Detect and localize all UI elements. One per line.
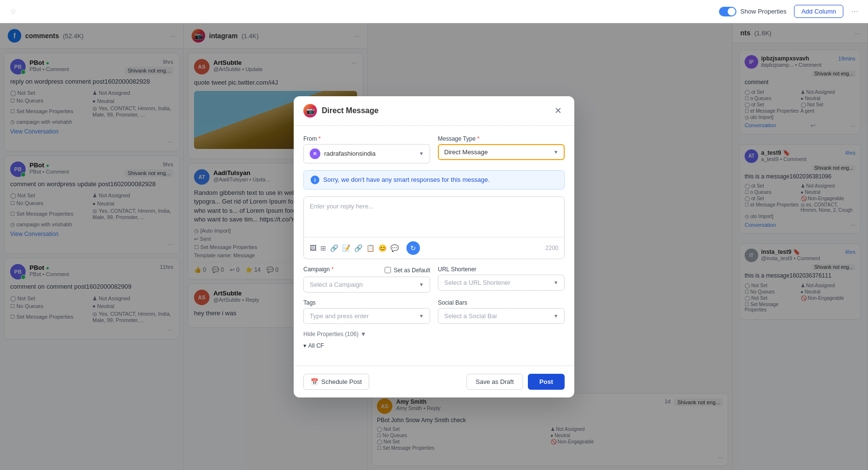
social-bars-group: Social Bars Select a Social Bar ▼ bbox=[438, 299, 565, 324]
all-cf-arrow-icon: ▾ bbox=[303, 342, 306, 349]
copy-icon[interactable]: 📋 bbox=[366, 244, 374, 252]
tags-placeholder: Type and press enter bbox=[310, 312, 369, 320]
tags-label: Tags bbox=[303, 299, 430, 306]
tags-social-row: Tags Type and press enter ▼ Social Bars … bbox=[303, 299, 565, 324]
social-bars-select[interactable]: Select a Social Bar ▼ bbox=[438, 308, 565, 324]
more-icon[interactable]: ··· bbox=[851, 6, 858, 16]
modal-ig-icon: 📷 bbox=[303, 104, 317, 118]
tags-select[interactable]: Type and press enter ▼ bbox=[303, 308, 430, 324]
from-required: * bbox=[318, 135, 321, 142]
modal-overlay: 📷 Direct Message ✕ From * R radrafashion… bbox=[0, 23, 868, 470]
schedule-post-button[interactable]: 📅 Schedule Post bbox=[303, 374, 369, 390]
image-icon[interactable]: 🖼 bbox=[310, 244, 316, 252]
all-cf-label: All CF bbox=[308, 342, 324, 349]
post-button[interactable]: Post bbox=[528, 374, 565, 390]
from-message-type-row: From * R radrafashionsindia ▼ Message Ty… bbox=[303, 135, 565, 163]
message-type-label: Message Type * bbox=[438, 135, 565, 142]
set-as-default-label[interactable]: Set as Default bbox=[385, 267, 430, 274]
from-arrow-icon: ▼ bbox=[419, 151, 424, 156]
social-bars-placeholder: Select a Social Bar bbox=[444, 312, 497, 320]
show-properties-toggle: Show Properties bbox=[719, 7, 786, 16]
show-properties-label: Show Properties bbox=[740, 8, 786, 15]
modal-body: From * R radrafashionsindia ▼ Message Ty… bbox=[294, 126, 574, 366]
social-bars-label: Social Bars bbox=[438, 299, 565, 306]
message-type-select[interactable]: Direct Message ▼ bbox=[438, 144, 565, 160]
footer-actions: Save as Draft Post bbox=[466, 374, 565, 390]
url-shortener-placeholder: Select a URL Shortener bbox=[444, 279, 510, 286]
toggle-switch[interactable] bbox=[719, 7, 736, 16]
message-type-arrow-icon: ▼ bbox=[554, 149, 558, 155]
tags-group: Tags Type and press enter ▼ bbox=[303, 299, 430, 324]
campaign-select[interactable]: Select a Campaign ▼ bbox=[303, 277, 430, 293]
from-group: From * R radrafashionsindia ▼ bbox=[303, 135, 430, 163]
hide-properties-toggle[interactable]: Hide Properties (106) ▼ bbox=[303, 331, 565, 338]
message-type-group: Message Type * Direct Message ▼ bbox=[438, 135, 565, 163]
from-avatar: R bbox=[310, 148, 320, 159]
from-select[interactable]: R radrafashionsindia ▼ bbox=[303, 144, 430, 163]
chain-icon[interactable]: 🔗 bbox=[354, 244, 362, 252]
info-bar: i Sorry, we don't have any smart respons… bbox=[303, 170, 565, 190]
modal-header: 📷 Direct Message ✕ bbox=[294, 96, 574, 126]
info-icon: i bbox=[311, 176, 319, 184]
url-shortener-arrow-icon: ▼ bbox=[554, 280, 558, 285]
emoji-icon[interactable]: 😊 bbox=[378, 244, 387, 252]
from-label: From * bbox=[303, 135, 430, 142]
info-text: Sorry, we don't have any smart responses… bbox=[323, 176, 490, 183]
star-icon[interactable]: ☆ bbox=[10, 7, 16, 16]
campaign-placeholder: Select a Campaign bbox=[310, 281, 363, 288]
reply-textarea[interactable] bbox=[304, 197, 564, 235]
table-icon[interactable]: ⊞ bbox=[320, 244, 326, 252]
modal-footer: 📅 Schedule Post Save as Draft Post bbox=[294, 366, 574, 397]
reply-area: 🖼 ⊞ 🔗 📝 🔗 📋 😊 💬 ↻ 2200 bbox=[303, 196, 565, 259]
message-icon[interactable]: 💬 bbox=[390, 244, 399, 252]
modal-close-button[interactable]: ✕ bbox=[551, 104, 565, 118]
campaign-group: Campaign * Set as Default Select a Campa… bbox=[303, 266, 430, 293]
calendar-icon: 📅 bbox=[311, 378, 318, 385]
reply-toolbar: 🖼 ⊞ 🔗 📝 🔗 📋 😊 💬 ↻ 2200 bbox=[304, 237, 564, 259]
tags-arrow-icon: ▼ bbox=[419, 313, 424, 319]
campaign-arrow-icon: ▼ bbox=[419, 282, 424, 287]
url-shortener-select[interactable]: Select a URL Shortener ▼ bbox=[438, 275, 565, 291]
message-type-required: * bbox=[477, 135, 479, 142]
save-as-draft-button[interactable]: Save as Draft bbox=[466, 374, 523, 390]
text-icon[interactable]: 📝 bbox=[342, 244, 350, 252]
from-value: radrafashionsindia bbox=[324, 150, 375, 157]
refresh-button[interactable]: ↻ bbox=[406, 241, 420, 255]
direct-message-modal: 📷 Direct Message ✕ From * R radrafashion… bbox=[294, 96, 574, 397]
set-as-default-checkbox[interactable] bbox=[385, 267, 391, 273]
chevron-down-icon: ▼ bbox=[360, 331, 366, 338]
message-type-value: Direct Message bbox=[444, 148, 488, 156]
url-shortener-label: URL Shortener bbox=[438, 266, 565, 273]
all-cf-toggle[interactable]: ▾ All CF bbox=[303, 342, 565, 349]
schedule-label: Schedule Post bbox=[321, 378, 362, 385]
campaign-label: Campaign * bbox=[303, 266, 334, 273]
link-icon[interactable]: 🔗 bbox=[330, 244, 338, 252]
char-count: 2200 bbox=[545, 245, 558, 251]
url-shortener-group: URL Shortener Select a URL Shortener ▼ bbox=[438, 266, 565, 293]
hide-properties-label: Hide Properties (106) bbox=[303, 331, 359, 338]
modal-title: Direct Message bbox=[322, 106, 378, 115]
campaign-url-row: Campaign * Set as Default Select a Campa… bbox=[303, 266, 565, 293]
topbar: ☆ Show Properties Add Column ··· bbox=[0, 0, 868, 23]
add-column-button[interactable]: Add Column bbox=[794, 5, 843, 18]
social-bars-arrow-icon: ▼ bbox=[554, 313, 558, 319]
